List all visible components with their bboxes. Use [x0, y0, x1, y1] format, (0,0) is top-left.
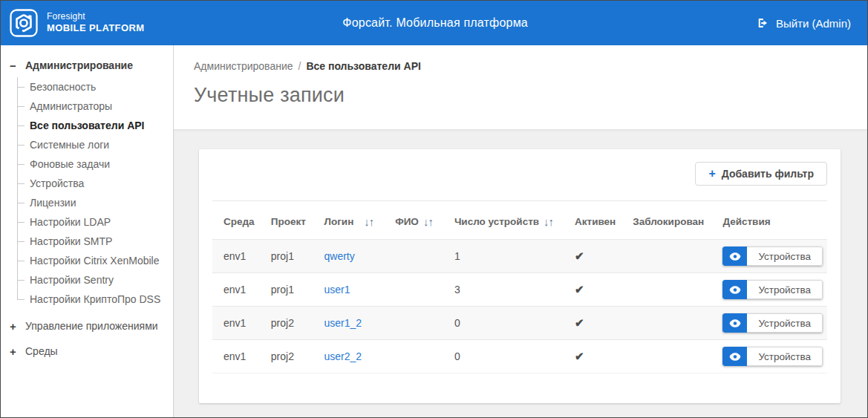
- cell-env: env1: [212, 340, 260, 373]
- sidebar-item-label: Настройки Citrix XenMobile: [30, 255, 159, 267]
- table-row: env1 proj1 user1 3 ✔: [212, 273, 827, 307]
- cell-fio: [384, 340, 443, 373]
- cell-fio: [384, 273, 443, 307]
- sort-icon[interactable]: ↓↑: [539, 215, 559, 228]
- devices-action-button[interactable]: Устройства: [722, 347, 823, 366]
- accounts-card: + Добавить фильтр Среда Проект Лог: [199, 149, 841, 403]
- app-body: − Администрирование Безопасность Админис…: [1, 45, 867, 417]
- login-link[interactable]: user1_2: [324, 317, 362, 329]
- cell-project: proj1: [260, 273, 313, 307]
- logout-label: Выйти (Admin): [776, 17, 851, 30]
- cell-login: user1: [313, 273, 384, 307]
- cell-blocked: [621, 240, 711, 273]
- sidebar-item-cryptopro-settings[interactable]: Настройки КриптоПро DSS: [7, 290, 169, 309]
- sidebar-item-background-tasks[interactable]: Фоновые задачи: [7, 154, 169, 174]
- plus-icon: +: [708, 169, 715, 179]
- sidebar-item-devices[interactable]: Устройства: [7, 174, 169, 193]
- main-area: Администрирование / Все пользователи API…: [174, 45, 867, 417]
- devices-action-button[interactable]: Устройства: [722, 313, 823, 333]
- brand-logo[interactable]: Foresight MOBILE PLATFORM: [8, 7, 144, 39]
- add-filter-button[interactable]: + Добавить фильтр: [695, 162, 827, 186]
- column-label: Проект: [271, 216, 306, 227]
- cell-active: ✔: [564, 273, 621, 307]
- content-area: + Добавить фильтр Среда Проект Лог: [174, 129, 867, 417]
- sidebar-item-label: Все пользователи API: [30, 120, 144, 131]
- app-window: Foresight MOBILE PLATFORM Форсайт. Мобил…: [0, 0, 868, 418]
- logout-icon: [756, 16, 769, 30]
- table-row: env1 proj1 qwerty 1 ✔: [212, 240, 827, 273]
- sidebar-item-all-api-users[interactable]: Все пользователи API: [7, 116, 169, 135]
- brand-text: Foresight MOBILE PLATFORM: [47, 11, 144, 34]
- devices-action-label[interactable]: Устройства: [747, 246, 823, 266]
- cell-project: proj1: [260, 240, 313, 273]
- column-header-active: Активен: [564, 201, 621, 240]
- expand-icon[interactable]: +: [8, 347, 18, 356]
- sidebar-section-administration[interactable]: − Администрирование: [7, 54, 169, 76]
- login-link[interactable]: user1: [324, 284, 350, 295]
- check-icon: ✔: [575, 249, 584, 262]
- cell-devices-count: 3: [443, 273, 564, 307]
- devices-action-label[interactable]: Устройства: [747, 313, 823, 333]
- cell-blocked: [621, 307, 711, 340]
- logout-button[interactable]: Выйти (Admin): [756, 16, 851, 30]
- page-head: Администрирование / Все пользователи API…: [174, 45, 867, 129]
- sidebar-section-environments[interactable]: + Среды: [7, 339, 169, 364]
- cell-login: user2_2: [313, 340, 384, 373]
- cell-login: user1_2: [313, 307, 384, 340]
- sidebar-item-label: Безопасность: [30, 81, 96, 93]
- cell-fio: [384, 240, 443, 273]
- expand-icon[interactable]: +: [8, 321, 18, 331]
- table-row: env1 proj2 user1_2 0 ✔: [212, 307, 827, 340]
- cell-blocked: [621, 340, 711, 373]
- sidebar-item-smtp-settings[interactable]: Настройки SMTP: [7, 232, 169, 251]
- collapse-icon[interactable]: −: [8, 61, 18, 71]
- sidebar-item-label: Администраторы: [30, 100, 112, 112]
- card-toolbar: + Добавить фильтр: [212, 149, 827, 201]
- sidebar-section-label: Администрирование: [25, 59, 133, 71]
- cell-blocked: [621, 273, 711, 307]
- breadcrumb-separator: /: [298, 60, 301, 72]
- page-title: Учетные записи: [194, 84, 852, 107]
- devices-action-button[interactable]: Устройства: [722, 246, 823, 266]
- breadcrumb-parent[interactable]: Администрирование: [194, 60, 293, 72]
- sidebar-item-sentry-settings[interactable]: Настройки Sentry: [7, 270, 169, 290]
- sidebar-item-citrix-settings[interactable]: Настройки Citrix XenMobile: [7, 251, 169, 270]
- column-header-env: Среда: [212, 201, 260, 240]
- cell-active: ✔: [564, 340, 621, 373]
- sort-icon[interactable]: ↓↑: [359, 215, 379, 228]
- sidebar-item-ldap-settings[interactable]: Настройки LDAP: [7, 212, 169, 232]
- sidebar-item-licenses[interactable]: Лицензии: [7, 193, 169, 212]
- sidebar-tree: Безопасность Администраторы Все пользова…: [7, 77, 169, 309]
- brand-product: MOBILE PLATFORM: [47, 22, 144, 34]
- sidebar-item-system-logs[interactable]: Системные логи: [7, 135, 169, 154]
- sidebar-item-security[interactable]: Безопасность: [7, 77, 169, 97]
- devices-action-label[interactable]: Устройства: [747, 280, 823, 299]
- eye-icon[interactable]: [722, 246, 747, 266]
- cell-project: proj2: [260, 340, 313, 373]
- breadcrumb: Администрирование / Все пользователи API: [194, 60, 852, 72]
- sort-icon[interactable]: ↓↑: [419, 215, 439, 228]
- cell-devices-count: 1: [443, 240, 564, 273]
- login-link[interactable]: qwerty: [324, 250, 354, 262]
- check-icon: ✔: [575, 283, 584, 295]
- breadcrumb-current: Все пользователи API: [306, 60, 420, 72]
- brand-name: Foresight: [47, 11, 144, 22]
- column-header-project: Проект: [260, 201, 313, 240]
- devices-action-button[interactable]: Устройства: [722, 280, 823, 299]
- eye-icon[interactable]: [722, 280, 747, 299]
- cell-devices-count: 0: [443, 340, 564, 373]
- sidebar-section-app-management[interactable]: + Управление приложениями: [7, 313, 169, 339]
- sidebar-item-label: Лицензии: [30, 197, 76, 209]
- eye-icon[interactable]: [722, 347, 747, 366]
- table-row: env1 proj2 user2_2 0 ✔: [212, 340, 827, 373]
- sidebar-item-label: Настройки LDAP: [30, 216, 111, 228]
- login-link[interactable]: user2_2: [324, 350, 362, 362]
- cell-active: ✔: [564, 240, 621, 273]
- app-title: Форсайт. Мобильная платформа: [144, 16, 755, 30]
- sidebar-item-label: Фоновые задачи: [30, 158, 110, 170]
- sidebar-item-administrators[interactable]: Администраторы: [7, 97, 169, 116]
- sidebar-nav: − Администрирование Безопасность Админис…: [1, 45, 174, 417]
- devices-action-label[interactable]: Устройства: [747, 347, 823, 366]
- cell-fio: [384, 307, 443, 340]
- eye-icon[interactable]: [722, 313, 747, 333]
